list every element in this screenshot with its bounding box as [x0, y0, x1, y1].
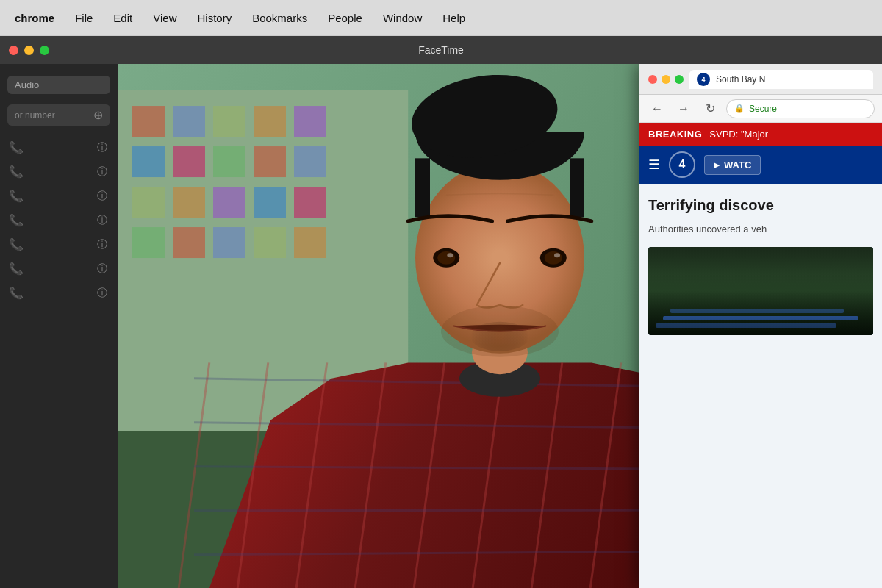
- phone-icon[interactable]: 📞: [9, 213, 24, 227]
- info-icon[interactable]: ⓘ: [96, 287, 109, 300]
- breaking-text: SVPD: "Major: [709, 129, 768, 140]
- menubar-chrome[interactable]: chrome: [15, 12, 54, 24]
- menubar-bookmarks[interactable]: Bookmarks: [252, 12, 307, 24]
- contact-row: 📞 ⓘ: [0, 184, 118, 207]
- phone-icon[interactable]: 📞: [9, 286, 24, 300]
- menubar-window[interactable]: Window: [383, 12, 422, 24]
- secure-label: Secure: [749, 104, 777, 114]
- browser-titlebar: 4 South Bay N: [639, 64, 882, 95]
- close-button[interactable]: [9, 46, 18, 55]
- news-header: ☰ 4 ▶ WATC: [639, 146, 882, 184]
- channel4-logo: 4: [669, 151, 695, 178]
- contact-row: 📞 ⓘ: [0, 282, 118, 304]
- phone-icon[interactable]: 📞: [9, 237, 24, 251]
- phone-icon[interactable]: 📞: [9, 140, 24, 154]
- browser-fullscreen-button[interactable]: [675, 75, 684, 84]
- contact-row: 📞 ⓘ: [0, 209, 118, 232]
- news-site: BREAKING SVPD: "Major ☰ 4 ▶ WATC T: [639, 123, 882, 588]
- phone-icon[interactable]: 📞: [9, 262, 24, 276]
- info-icon[interactable]: ⓘ: [96, 238, 109, 251]
- contact-row: 📞 ⓘ: [0, 233, 118, 256]
- news-headline: Terrifying discove: [648, 196, 873, 215]
- browser-close-button[interactable]: [648, 75, 657, 84]
- phone-icon[interactable]: 📞: [9, 165, 24, 179]
- facetime-titlebar: FaceTime: [0, 36, 882, 64]
- browser-window: 4 South Bay N ← → ↻ 🔒 Secure BREAKI: [639, 64, 882, 588]
- facetime-window: FaceTime Audio or number ⊕ 📞 ⓘ 📞 ⓘ 📞: [0, 36, 882, 588]
- fullscreen-button[interactable]: [40, 46, 49, 55]
- news-image-overlay: [648, 247, 873, 335]
- browser-tab[interactable]: 4 South Bay N: [689, 70, 873, 89]
- breaking-bar: BREAKING SVPD: "Major: [639, 123, 882, 146]
- secure-icon: 🔒: [734, 104, 745, 113]
- number-placeholder: or number: [15, 110, 55, 121]
- browser-reload-button[interactable]: ↻: [700, 98, 720, 119]
- menubar-people[interactable]: People: [328, 12, 362, 24]
- info-icon[interactable]: ⓘ: [96, 262, 109, 276]
- browser-back-button[interactable]: ←: [647, 98, 667, 119]
- menubar-view[interactable]: View: [153, 12, 176, 24]
- browser-traffic-lights: [648, 75, 684, 84]
- info-icon[interactable]: ⓘ: [96, 141, 109, 154]
- menubar-history[interactable]: History: [197, 12, 232, 24]
- add-contact-icon[interactable]: ⊕: [93, 108, 103, 122]
- address-bar[interactable]: 🔒 Secure: [726, 99, 875, 118]
- browser-minimize-button[interactable]: [662, 75, 670, 84]
- contact-row: 📞 ⓘ: [0, 160, 118, 183]
- facetime-title: FaceTime: [418, 44, 464, 56]
- menubar-help[interactable]: Help: [442, 12, 465, 24]
- facetime-sidebar: Audio or number ⊕ 📞 ⓘ 📞 ⓘ 📞 ⓘ 📞 ⓘ: [0, 64, 118, 588]
- audio-button[interactable]: Audio: [7, 76, 110, 94]
- browser-tab-title: South Bay N: [716, 74, 765, 85]
- info-icon[interactable]: ⓘ: [96, 214, 109, 227]
- news-image: [648, 247, 873, 335]
- news-subtext: Authorities uncovered a veh: [648, 222, 873, 237]
- info-icon[interactable]: ⓘ: [96, 190, 109, 203]
- facetime-content: Audio or number ⊕ 📞 ⓘ 📞 ⓘ 📞 ⓘ 📞 ⓘ: [0, 64, 882, 588]
- news-content: Terrifying discove Authorities uncovered…: [639, 184, 882, 588]
- contact-row: 📞 ⓘ: [0, 257, 118, 280]
- play-icon: ▶: [714, 161, 720, 169]
- menubar: chrome File Edit View History Bookmarks …: [0, 0, 882, 36]
- menubar-edit[interactable]: Edit: [113, 12, 132, 24]
- channel4-favicon: 4: [697, 73, 710, 86]
- info-icon[interactable]: ⓘ: [96, 165, 109, 179]
- breaking-label: BREAKING: [648, 129, 702, 140]
- contact-row: 📞 ⓘ: [0, 136, 118, 159]
- facetime-traffic-lights: [9, 46, 49, 55]
- hamburger-menu-icon[interactable]: ☰: [648, 157, 660, 173]
- phone-icon[interactable]: 📞: [9, 189, 24, 203]
- minimize-button[interactable]: [24, 46, 34, 55]
- browser-navbar: ← → ↻ 🔒 Secure: [639, 95, 882, 123]
- browser-forward-button[interactable]: →: [673, 98, 694, 119]
- menubar-file[interactable]: File: [75, 12, 93, 24]
- watch-button[interactable]: ▶ WATC: [704, 155, 761, 175]
